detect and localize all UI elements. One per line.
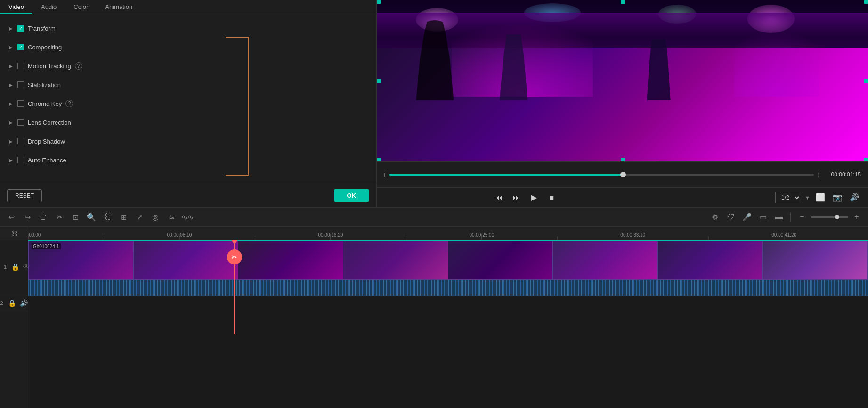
ctrl-buttons: ⏮ ⏭ ▶ ■	[492, 190, 559, 205]
fit-button[interactable]: ⤢	[133, 210, 146, 224]
handle-mr[interactable]	[864, 79, 868, 83]
ratio-select[interactable]: 1/2 1/1 1/4	[775, 192, 801, 203]
checkbox-lens-correction[interactable]	[17, 119, 24, 126]
checkbox-chroma-key[interactable]	[17, 100, 24, 107]
mic-button[interactable]: 🎤	[740, 210, 754, 224]
ok-button[interactable]: OK	[334, 189, 370, 202]
audio-track[interactable]	[28, 280, 868, 296]
checkbox-compositing[interactable]	[17, 44, 24, 50]
prop-chroma-key[interactable]: ▶ Chroma Key ?	[0, 94, 376, 113]
expand-arrow-motion-tracking: ▶	[7, 62, 15, 70]
checkbox-motion-tracking[interactable]	[17, 63, 24, 69]
tab-video[interactable]: Video	[0, 1, 32, 14]
video-frame-4	[343, 241, 448, 279]
track2-label: 2 🔒 🔊	[0, 294, 28, 312]
volume-icon-track2[interactable]: 🔊	[20, 299, 28, 307]
video-clip-label: Gh010624-1	[32, 243, 61, 249]
timeline-section: ↩ ↪ 🗑 ✂ ⊡ 🔍 ⛓ ⊞ ⤢ ◎ ≋ ∿∿ ⚙ 🛡 🎤 ▭ ▬ − +	[0, 207, 868, 408]
progress-bar[interactable]	[389, 174, 814, 176]
track-labels: ⛓ 1 🔒 👁 2 🔒 🔊	[0, 227, 28, 408]
video-frame-5	[448, 241, 553, 279]
handle-tm[interactable]	[621, 0, 625, 4]
expand-arrow-drop-shadow: ▶	[7, 137, 15, 145]
expand-arrow-chroma-key: ▶	[7, 100, 15, 107]
prop-label-drop-shadow: Drop Shadow	[28, 138, 65, 145]
timeline-tracks: 00:00:00:00 00:00:08:10 00:00:16:20 00:0…	[28, 227, 868, 408]
prop-motion-tracking[interactable]: ▶ Motion Tracking ?	[0, 56, 376, 75]
handle-bl[interactable]	[377, 158, 381, 161]
prop-compositing[interactable]: ▶ Compositing	[0, 38, 376, 56]
link-button[interactable]: ⛓	[101, 210, 114, 224]
screen-icon[interactable]: ⬜	[814, 191, 827, 204]
shield-button[interactable]: 🛡	[724, 210, 738, 224]
eq-button[interactable]: ≋	[165, 210, 178, 224]
zoom-out-button[interactable]: −	[795, 210, 809, 224]
crop-button[interactable]: ⊡	[69, 210, 82, 224]
cut-button[interactable]: ✂	[53, 210, 66, 224]
handle-br[interactable]	[864, 158, 868, 161]
color-picker-button[interactable]: ◎	[149, 210, 162, 224]
timeline-ruler: 00:00:00:00 00:00:08:10 00:00:16:20 00:0…	[28, 227, 868, 240]
tab-animation[interactable]: Animation	[97, 1, 141, 14]
prop-label-auto-enhance: Auto Enhance	[28, 157, 66, 164]
zoom-in-button[interactable]: +	[850, 210, 863, 224]
timeline-toolbar: ↩ ↪ 🗑 ✂ ⊡ 🔍 ⛓ ⊞ ⤢ ◎ ≋ ∿∿ ⚙ 🛡 🎤 ▭ ▬ − +	[0, 207, 868, 227]
checkbox-stabilization[interactable]	[17, 81, 24, 88]
track1-number: 1	[4, 264, 7, 270]
video-frame-8	[763, 241, 868, 279]
captions-button[interactable]: ▭	[756, 210, 770, 224]
link-chain-icon[interactable]: ⛓	[11, 230, 17, 237]
lock-icon-track2[interactable]: 🔒	[8, 299, 16, 307]
info-icon-motion-tracking[interactable]: ?	[75, 62, 82, 70]
prop-label-lens-correction: Lens Correction	[28, 119, 71, 126]
play-button[interactable]: ▶	[527, 190, 542, 205]
prop-lens-correction[interactable]: ▶ Lens Correction	[0, 113, 376, 132]
right-panel: { } 00:00:01:15 ⏮ ⏭ ▶ ■ 1/2 1/1	[377, 0, 868, 207]
track-content: ✂ Gh010624-1	[28, 240, 868, 334]
handle-tl[interactable]	[377, 0, 381, 4]
properties-list: ▶ Transform ▶ Compositing ▶ Motion Track…	[0, 14, 376, 184]
playback-controls: { } 00:00:01:15	[377, 161, 868, 187]
split-button[interactable]: ⊞	[117, 210, 130, 224]
progress-fill	[389, 174, 623, 176]
skip-back-button[interactable]: ⏮	[492, 190, 507, 205]
step-back-button[interactable]: ⏭	[509, 190, 524, 205]
video-frame-3	[238, 241, 343, 279]
settings-wheel-button[interactable]: ⚙	[708, 210, 722, 224]
tab-color[interactable]: Color	[65, 1, 97, 14]
prop-drop-shadow[interactable]: ▶ Drop Shadow	[0, 132, 376, 151]
track2-number: 2	[0, 300, 3, 306]
volume-icon[interactable]: 🔊	[848, 191, 861, 204]
subtitle-button[interactable]: ▬	[772, 210, 786, 224]
info-icon-chroma-key[interactable]: ?	[65, 100, 73, 107]
prop-stabilization[interactable]: ▶ Stabilization	[0, 75, 376, 94]
checkbox-transform[interactable]	[17, 25, 24, 32]
timeline-area: ⛓ 1 🔒 👁 2 🔒 🔊 00:00:00:00 00:00:08:10 00…	[0, 227, 868, 408]
handle-bm[interactable]	[621, 158, 625, 161]
checkbox-auto-enhance[interactable]	[17, 157, 24, 163]
expand-arrow-lens-correction: ▶	[7, 119, 15, 126]
reset-button[interactable]: RESET	[7, 189, 42, 202]
handle-tr[interactable]	[864, 0, 868, 4]
zoom-slider[interactable]	[811, 216, 848, 218]
video-track[interactable]: Gh010624-1	[28, 241, 868, 280]
tab-audio[interactable]: Audio	[32, 1, 65, 14]
undo-button[interactable]: ↩	[5, 210, 18, 224]
redo-button[interactable]: ↪	[21, 210, 34, 224]
checkbox-drop-shadow[interactable]	[17, 138, 24, 144]
handle-ml[interactable]	[377, 79, 381, 83]
lock-icon-track1[interactable]: 🔒	[11, 263, 19, 271]
right-controls: 1/2 1/1 1/4 ▼ ⬜ 📷 🔊	[775, 191, 861, 204]
prop-label-chroma-key: Chroma Key	[28, 100, 62, 107]
camera-icon[interactable]: 📷	[831, 191, 844, 204]
preview-video	[377, 0, 868, 161]
prop-auto-enhance[interactable]: ▶ Auto Enhance	[0, 151, 376, 169]
zoom-button[interactable]: 🔍	[85, 210, 98, 224]
delete-button[interactable]: 🗑	[37, 210, 50, 224]
audio-waveform	[29, 280, 868, 296]
video-frame-6	[553, 241, 658, 279]
stop-button[interactable]: ■	[544, 190, 559, 205]
waveform-button[interactable]: ∿∿	[181, 210, 194, 224]
prop-transform[interactable]: ▶ Transform	[0, 19, 376, 38]
video-frame-7	[658, 241, 763, 279]
